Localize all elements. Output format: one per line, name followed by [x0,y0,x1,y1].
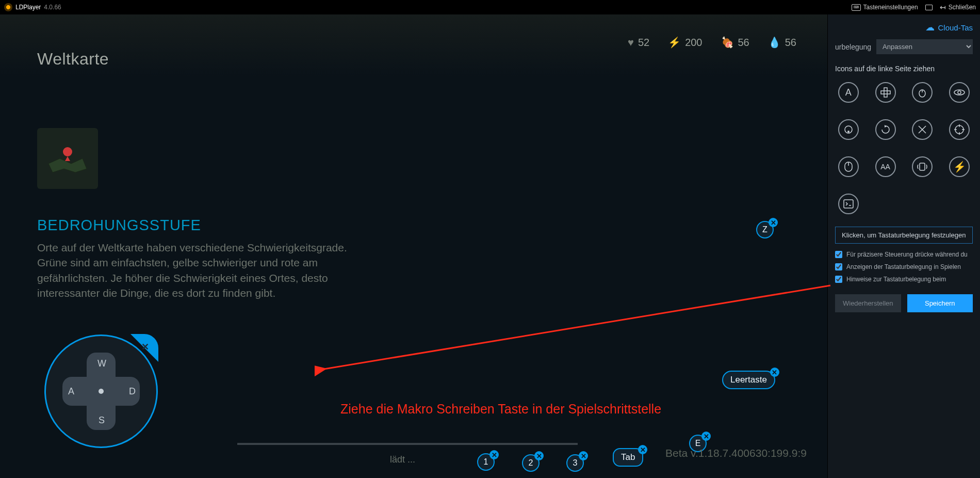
single-key-icon[interactable]: A [838,82,859,103]
check-hints[interactable]: Hinweise zur Tastaturbelegung beim [835,276,973,283]
game-area: Weltkarte ♥ 52 ⚡ 200 🍖 56 💧 56 [0,14,827,478]
bolt-icon: ⚡ [668,36,681,49]
save-button[interactable]: Speichern [907,294,973,312]
game-header: Weltkarte ♥ 52 ⚡ 200 🍖 56 💧 56 [0,14,827,76]
main: Weltkarte ♥ 52 ⚡ 200 🍖 56 💧 56 [0,14,980,478]
water-value: 56 [785,37,796,49]
icon-grid: A AA ⚡ [835,82,973,214]
cloud-label: Cloud-Tas [938,23,973,32]
app-logo-icon [4,3,12,11]
check-hints-label: Hinweise zur Tastaturbelegung beim [846,276,946,283]
stat-heart: ♥ 52 [628,37,649,49]
check-precise-label: Für präzisere Steuerung drücke während d… [846,251,968,258]
key-2-label: 2 [529,458,533,468]
gravity-icon[interactable] [838,119,859,140]
key-1-label: 1 [484,457,488,467]
profile-select[interactable]: Anpassen [876,39,973,54]
profile-row: urbelegung Anpassen [835,39,973,54]
titlebar-left: LDPlayer 4.0.66 [4,3,61,11]
map-icon [44,140,91,177]
app-name: LDPlayer [15,4,41,11]
close-button[interactable]: ↤ Schließen [940,3,976,11]
checkbox-show[interactable] [835,263,842,270]
titlebar-right: ⌨ Tasteneinstellungen ↤ Schließen [852,3,976,11]
heart-value: 52 [638,37,649,49]
aim-icon[interactable] [949,119,970,140]
threat-title: BEDROHUNGSSTUFE [37,217,367,234]
svg-point-8 [958,91,961,94]
multi-key-icon[interactable]: AA [875,156,896,177]
key-tab[interactable]: Tab ✕ [613,448,643,467]
dpad-center-dot [99,389,104,394]
bolt-value: 200 [685,37,702,49]
shake-icon[interactable] [912,156,933,177]
svg-rect-21 [844,200,853,208]
cloud-icon: ☁ [925,22,935,33]
annotation-arrow-icon [315,280,841,384]
stat-meat: 🍖 56 [721,36,749,49]
key-1[interactable]: 1 ✕ [477,453,495,471]
view-icon[interactable] [949,82,970,103]
annotation-text: Ziehe die Makro Schreiben Taste in der S… [340,402,661,417]
stat-bolt: ⚡ 200 [668,36,702,49]
mouse-lock-icon[interactable] [912,82,933,103]
svg-point-10 [847,131,850,133]
loading-text: lädt ... [390,454,415,465]
stats-bar: ♥ 52 ⚡ 200 🍖 56 💧 56 [628,36,796,49]
dpad-left-key[interactable]: A [68,386,74,397]
attack-icon[interactable] [912,119,933,140]
key-settings-button[interactable]: ⌨ Tasteneinstellungen [852,4,918,11]
loading-bar [237,443,578,445]
key-3-label: 3 [573,458,578,468]
key-z[interactable]: Z ✕ [756,221,774,238]
app-version: 4.0.66 [44,4,61,11]
close-icon[interactable]: ✕ [141,341,149,353]
key-delete-icon[interactable]: ✕ [489,450,499,459]
checkbox-precise[interactable] [835,251,842,258]
meat-value: 56 [738,37,749,49]
dpad-up-key[interactable]: W [97,358,106,369]
dpad-icon[interactable] [875,82,896,103]
svg-point-1 [63,147,72,156]
close-arrow-icon: ↤ [940,3,946,11]
water-icon: 💧 [768,36,781,49]
map-thumbnail[interactable] [37,128,98,189]
folder-button[interactable] [925,5,933,10]
dpad-down-key[interactable]: S [99,415,105,426]
svg-rect-3 [884,88,887,97]
tooltip-box: Klicken, um Tastaturbelegung festzulegen [835,227,973,244]
key-delete-icon[interactable]: ✕ [701,432,711,441]
cloud-link[interactable]: ☁ Cloud-Tas [835,22,973,33]
key-settings-label: Tasteneinstellungen [863,4,918,11]
dpad-ring: ✕ W A D S [44,334,158,448]
meat-icon: 🍖 [721,36,734,49]
restore-button[interactable]: Wiederherstellen [835,294,901,312]
check-precise[interactable]: Für präzisere Steuerung drücke während d… [835,251,973,258]
key-z-label: Z [762,225,767,234]
profile-label: urbelegung [835,43,871,51]
check-show-label: Anzeigen der Tastaturbelegung in Spielen [846,263,961,270]
key-delete-icon[interactable]: ✕ [534,451,544,460]
sidebar: ☁ Cloud-Tas urbelegung Anpassen Icons au… [827,14,980,478]
titlebar: LDPlayer 4.0.66 ⌨ Tasteneinstellungen ↤ … [0,0,980,14]
rotate-icon[interactable] [875,119,896,140]
drag-instruction: Icons auf die linke Seite ziehen [835,65,973,73]
close-label: Schließen [949,4,976,11]
key-delete-icon[interactable]: ✕ [638,445,647,454]
macro-icon[interactable] [838,194,859,214]
bolt-icon[interactable]: ⚡ [949,156,970,177]
svg-rect-4 [881,91,890,94]
heart-icon: ♥ [628,37,634,49]
mouse-icon[interactable] [838,156,859,177]
svg-line-2 [324,285,830,369]
check-show[interactable]: Anzeigen der Tastaturbelegung in Spielen [835,263,973,270]
keyboard-icon: ⌨ [852,4,861,11]
folder-icon [925,5,933,10]
key-2[interactable]: 2 ✕ [522,454,540,472]
dpad-control[interactable]: ✕ W A D S [44,334,158,448]
key-3[interactable]: 3 ✕ [566,454,584,472]
key-delete-icon[interactable]: ✕ [579,451,588,460]
game-title: Weltkarte [37,50,109,69]
dpad-right-key[interactable]: D [129,386,136,397]
key-delete-icon[interactable]: ✕ [769,218,778,227]
